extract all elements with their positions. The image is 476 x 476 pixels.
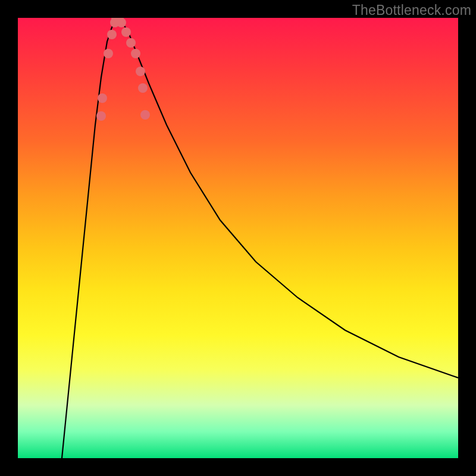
data-point bbox=[126, 38, 136, 48]
watermark-text: TheBottleneck.com bbox=[352, 2, 471, 18]
dots-right-group bbox=[114, 18, 150, 120]
data-point bbox=[121, 27, 131, 37]
chart-frame: TheBottleneck.com bbox=[0, 0, 476, 476]
left-branch-curve bbox=[62, 18, 118, 458]
data-point bbox=[98, 93, 107, 103]
data-point bbox=[96, 111, 106, 121]
dots-left-group bbox=[96, 18, 121, 121]
data-point bbox=[140, 110, 150, 120]
data-point bbox=[107, 30, 117, 39]
right-branch-curve bbox=[118, 18, 458, 378]
data-point bbox=[138, 83, 148, 93]
data-point bbox=[131, 49, 140, 58]
curve-svg bbox=[18, 18, 458, 458]
data-point bbox=[117, 18, 126, 27]
data-point bbox=[104, 49, 113, 58]
data-point bbox=[136, 67, 145, 76]
plot-area bbox=[18, 18, 458, 458]
